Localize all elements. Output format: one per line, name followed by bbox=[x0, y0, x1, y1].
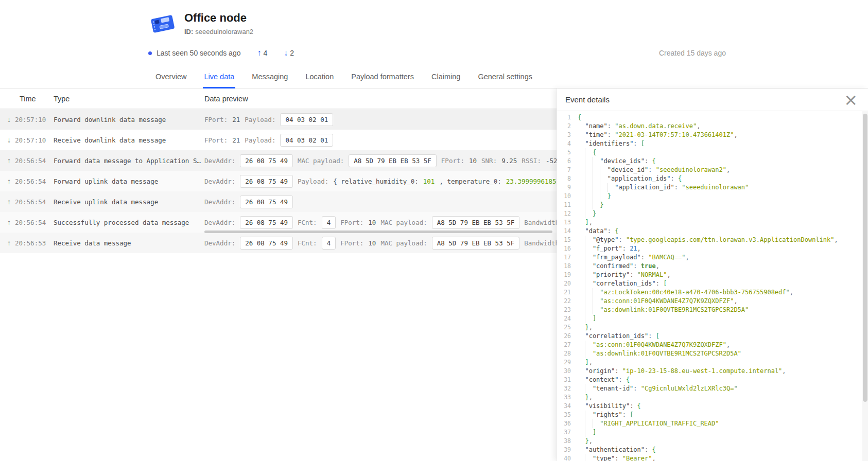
line-content: "tenant-id": "Cg9icnluLWxld2lzLXRlc3Q=" bbox=[578, 384, 862, 393]
indent-guide bbox=[585, 236, 592, 244]
preview-value-box: 26 08 75 49 bbox=[240, 154, 293, 167]
indent-guide bbox=[593, 192, 600, 201]
time-value: 20:56:54 bbox=[15, 198, 46, 206]
uplink-arrow-icon: ↑ bbox=[7, 177, 11, 185]
column-header-data-preview: Data preview bbox=[204, 95, 557, 103]
code-line: 26"correlation_ids": [ bbox=[557, 332, 862, 341]
indent-guide bbox=[585, 314, 592, 323]
tab-general-settings[interactable]: General settings bbox=[477, 73, 533, 88]
indent-guide bbox=[585, 174, 592, 183]
tab-claiming[interactable]: Claiming bbox=[430, 73, 461, 88]
tab-messaging[interactable]: Messaging bbox=[251, 73, 289, 88]
event-row[interactable]: ↑20:56:54Receive uplink data messageDevA… bbox=[0, 191, 557, 212]
line-number: 40 bbox=[557, 454, 578, 461]
preview-text: DevAddr: bbox=[204, 157, 235, 165]
event-row[interactable]: ↑20:56:54Successfully processed data mes… bbox=[0, 212, 557, 233]
indent-guide bbox=[585, 244, 592, 253]
time-value: 20:56:54 bbox=[15, 219, 46, 226]
uplink-counter: ↑ 4 bbox=[257, 49, 267, 57]
event-details-header: Event details × bbox=[557, 88, 868, 111]
line-content: } bbox=[578, 209, 862, 218]
vertical-scrollbar-track bbox=[862, 111, 868, 461]
line-number: 7 bbox=[557, 166, 578, 174]
event-time: ↓20:57:10 bbox=[7, 136, 54, 144]
event-data-preview: DevAddr:26 08 75 49 bbox=[204, 196, 557, 208]
tab-payload-formatters[interactable]: Payload formatters bbox=[350, 73, 415, 88]
line-content: ] bbox=[578, 428, 862, 437]
line-content: "origin": "ip-10-23-15-88.eu-west-1.comp… bbox=[578, 367, 862, 376]
code-line: 21"az:LockToken:00c40e18-a470-4706-bbb3-… bbox=[557, 288, 862, 297]
preview-text: 10 bbox=[368, 219, 376, 226]
code-line: 39"authentication": { bbox=[557, 446, 862, 454]
code-line: 20"correlation_ids": [ bbox=[557, 279, 862, 288]
event-json-viewer: 1{2"name": "as.down.data.receive",3"time… bbox=[557, 111, 868, 461]
event-time: ↓20:57:10 bbox=[7, 115, 54, 123]
indent-guide bbox=[585, 192, 592, 201]
vertical-scrollbar-thumb[interactable] bbox=[863, 114, 867, 402]
preview-text: DevAddr: bbox=[204, 239, 235, 247]
line-number: 28 bbox=[557, 349, 578, 358]
indent-guide bbox=[585, 419, 592, 428]
event-row[interactable]: ↓20:57:10Receive downlink data messageFP… bbox=[0, 130, 557, 150]
code-line: 8"application_ids": { bbox=[557, 174, 862, 183]
event-row[interactable]: ↓20:57:10Forward downlink data messageFP… bbox=[0, 109, 557, 130]
preview-text: -52 bbox=[546, 157, 557, 165]
line-content: "device_ids": { bbox=[578, 157, 862, 166]
event-row[interactable]: ↑20:56:54Forward data message to Applica… bbox=[0, 150, 557, 171]
line-content: "data": { bbox=[578, 227, 862, 236]
status-dot bbox=[148, 51, 152, 55]
indent-guide bbox=[585, 454, 592, 461]
preview-text: Payload: bbox=[245, 136, 275, 144]
close-icon[interactable]: × bbox=[842, 95, 860, 105]
indent-guide bbox=[585, 428, 592, 437]
line-content: "as:downlink:01F0QVTBE9R1MCS2TGPCSR2D5A" bbox=[578, 306, 862, 314]
preview-text: FCnt: bbox=[298, 219, 317, 226]
line-number: 16 bbox=[557, 244, 578, 253]
code-line: 12} bbox=[557, 209, 862, 218]
horizontal-scrollbar[interactable] bbox=[204, 230, 552, 233]
tab-overview[interactable]: Overview bbox=[154, 73, 187, 88]
line-content: "rights": [ bbox=[578, 411, 862, 419]
tab-live-data[interactable]: Live data bbox=[203, 73, 235, 88]
event-type: Receive downlink data message bbox=[54, 136, 204, 144]
indent-guide bbox=[593, 183, 600, 192]
code-line: 16"f_port": 21, bbox=[557, 244, 862, 253]
line-number: 8 bbox=[557, 174, 578, 183]
live-data-table: Time Type Data preview ↓20:57:10Forward … bbox=[0, 88, 557, 461]
downlink-arrow-icon: ↓ bbox=[7, 115, 11, 123]
code-line: 5{ bbox=[557, 148, 862, 157]
time-value: 20:56:53 bbox=[15, 239, 46, 247]
event-time: ↑20:56:54 bbox=[7, 198, 54, 206]
downlink-arrow-icon: ↓ bbox=[7, 136, 11, 144]
event-row[interactable]: ↑20:56:53Receive data messageDevAddr:26 … bbox=[0, 233, 557, 253]
indent-guide bbox=[585, 297, 592, 306]
line-number: 25 bbox=[557, 323, 578, 332]
line-number: 9 bbox=[557, 183, 578, 192]
code-line: 29], bbox=[557, 358, 862, 367]
event-row[interactable]: ↑20:56:54Forward uplink data messageDevA… bbox=[0, 171, 557, 191]
preview-text: Bandwidth: bbox=[524, 219, 557, 226]
line-content: }, bbox=[578, 437, 862, 446]
line-content: "name": "as.down.data.receive", bbox=[578, 122, 862, 131]
preview-text: 9.25 bbox=[501, 157, 517, 165]
line-number: 27 bbox=[557, 341, 578, 349]
line-number: 36 bbox=[557, 419, 578, 428]
status-row: Last seen 50 seconds ago ↑ 4 ↓ 2 bbox=[148, 48, 294, 58]
line-number: 1 bbox=[557, 113, 578, 122]
event-data-preview: DevAddr:26 08 75 49FCnt:4FPort:10MAC pay… bbox=[204, 216, 557, 229]
line-number: 29 bbox=[557, 358, 578, 367]
preview-value-box: 4 bbox=[322, 237, 336, 250]
preview-text: DevAddr: bbox=[204, 219, 235, 226]
indent-guide bbox=[593, 201, 600, 209]
event-data-preview: FPort:21Payload:04 03 02 01 bbox=[204, 113, 557, 126]
tab-location[interactable]: Location bbox=[304, 73, 335, 88]
code-line: 40"type": "Bearer", bbox=[557, 454, 862, 461]
preview-text: RSSI: bbox=[522, 157, 541, 165]
indent-guide bbox=[585, 411, 592, 419]
preview-text: 10 bbox=[469, 157, 477, 165]
created-text: Created 15 days ago bbox=[659, 49, 726, 57]
line-content: "RIGHT_APPLICATION_TRAFFIC_READ" bbox=[578, 419, 862, 428]
line-number: 32 bbox=[557, 384, 578, 393]
line-number: 19 bbox=[557, 271, 578, 279]
line-number: 22 bbox=[557, 297, 578, 306]
